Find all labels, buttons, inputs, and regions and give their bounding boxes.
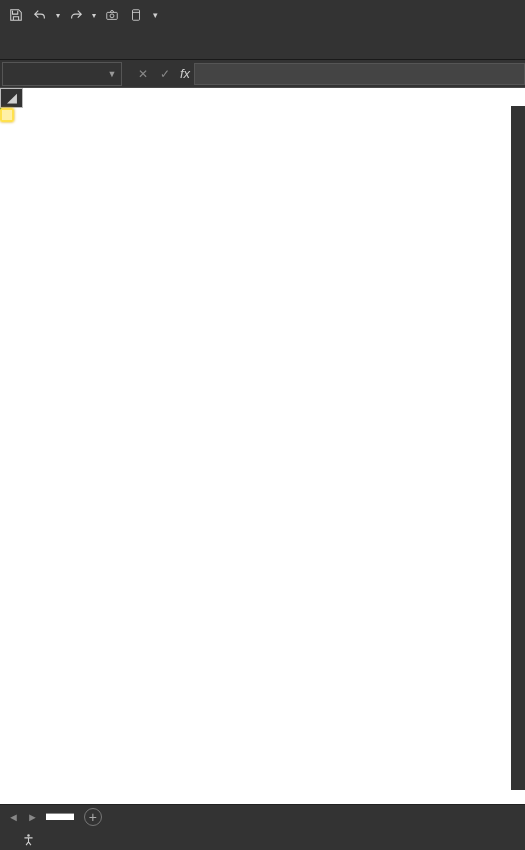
- svg-point-1: [110, 14, 114, 18]
- name-box[interactable]: [3, 63, 103, 85]
- svg-rect-0: [107, 12, 118, 19]
- ribbon-tabs: [0, 30, 525, 60]
- enter-formula-icon[interactable]: ✓: [154, 63, 176, 85]
- svg-rect-2: [133, 10, 140, 21]
- save-icon[interactable]: [4, 3, 28, 27]
- sheet-tab-bar: ◄ ► +: [0, 804, 525, 828]
- add-sheet-icon[interactable]: +: [84, 808, 102, 826]
- select-all-corner[interactable]: ◢: [1, 89, 23, 108]
- svg-point-4: [27, 834, 29, 836]
- cancel-formula-icon[interactable]: ✕: [132, 63, 154, 85]
- formula-input[interactable]: [194, 63, 525, 85]
- qa-dropdown-icon[interactable]: ▾: [148, 3, 162, 27]
- spreadsheet-grid[interactable]: ◢: [0, 88, 525, 804]
- redo-dropdown-icon[interactable]: ▾: [88, 3, 100, 27]
- title-bar: ▾ ▾ ▾: [0, 0, 525, 30]
- sheet-tab-active[interactable]: [46, 813, 74, 820]
- selection-outline: [0, 108, 2, 110]
- accessibility-icon: [22, 833, 35, 846]
- quick-access-toolbar: ▾ ▾ ▾: [4, 3, 162, 27]
- horizontal-scrollbar[interactable]: [435, 810, 525, 824]
- fx-icon[interactable]: fx: [180, 66, 190, 81]
- touch-mode-icon[interactable]: [124, 3, 148, 27]
- camera-icon[interactable]: [100, 3, 124, 27]
- vertical-scrollbar[interactable]: [511, 106, 525, 790]
- name-box-dropdown-icon[interactable]: ▼: [103, 69, 121, 79]
- sheet-nav-prev-icon[interactable]: ◄: [4, 811, 23, 823]
- redo-icon[interactable]: [64, 3, 88, 27]
- active-cell-indicator: [0, 108, 14, 122]
- sheet-nav-next-icon[interactable]: ►: [23, 811, 42, 823]
- accessibility-status[interactable]: [22, 833, 39, 846]
- formula-bar: ▼ ✕ ✓ fx: [0, 60, 525, 88]
- undo-icon[interactable]: [28, 3, 52, 27]
- undo-dropdown-icon[interactable]: ▾: [52, 3, 64, 27]
- status-bar: [0, 828, 525, 850]
